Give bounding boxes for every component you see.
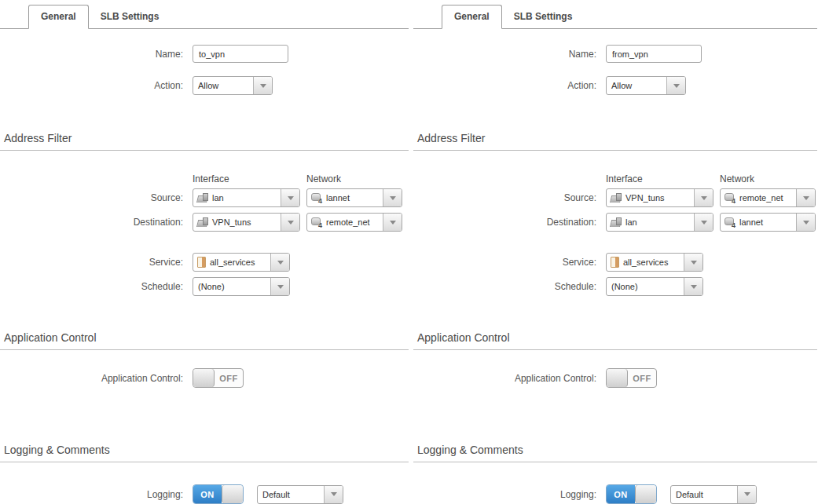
chevron-down-icon — [253, 77, 272, 94]
chevron-down-icon — [796, 214, 815, 231]
chevron-down-icon — [666, 77, 685, 94]
schedule-label: Schedule: — [0, 281, 183, 292]
tab-general[interactable]: General — [442, 5, 502, 29]
schedule-label: Schedule: — [413, 281, 596, 292]
ip4-network-icon — [311, 193, 322, 203]
destination-interface-dropdown[interactable]: lan — [606, 213, 713, 232]
action-label: Action: — [0, 80, 183, 91]
logging-toggle[interactable]: ON — [606, 484, 657, 504]
schedule-value: (None) — [193, 282, 270, 291]
action-dropdown[interactable]: Allow — [606, 76, 686, 95]
schedule-dropdown[interactable]: (None) — [193, 277, 290, 296]
interface-icon — [197, 193, 208, 203]
application-control-heading: Application Control — [0, 331, 409, 350]
source-interface-value: VPN_tuns — [625, 193, 665, 203]
toggle-state: OFF — [628, 369, 656, 387]
source-interface-value: lan — [212, 193, 224, 203]
source-interface-dropdown[interactable]: lan — [193, 188, 300, 207]
ip4-network-icon — [724, 217, 735, 228]
destination-network-value: remote_net — [326, 217, 370, 227]
network-column-header: Network — [720, 173, 754, 184]
ip4-network-icon — [724, 193, 735, 203]
name-label: Name: — [413, 49, 596, 60]
tab-slb-settings[interactable]: SLB Settings — [89, 5, 171, 28]
interface-icon — [197, 217, 208, 227]
service-value: all_services — [210, 257, 255, 267]
interface-column-header: Interface — [606, 173, 720, 184]
dual-policy-view: General SLB Settings Name: Action: Allow… — [0, 0, 818, 504]
service-label: Service: — [413, 257, 596, 268]
log-settings-dropdown[interactable]: Default — [257, 485, 343, 504]
schedule-value: (None) — [607, 282, 684, 291]
ip4-network-icon — [311, 217, 322, 228]
toggle-knob — [222, 485, 243, 503]
toggle-state: ON — [607, 485, 635, 503]
chevron-down-icon — [796, 189, 815, 206]
service-dropdown[interactable]: all_services — [606, 253, 703, 272]
chevron-down-icon — [270, 254, 289, 271]
service-value: all_services — [623, 257, 668, 267]
action-value: Allow — [607, 81, 666, 90]
service-icon — [611, 257, 619, 268]
name-input[interactable] — [606, 45, 702, 63]
policy-panel-to-vpn: General SLB Settings Name: Action: Allow… — [0, 0, 409, 504]
service-dropdown[interactable]: all_services — [193, 253, 290, 272]
action-value: Allow — [193, 81, 253, 90]
application-control-toggle[interactable]: OFF — [193, 368, 244, 388]
tab-general[interactable]: General — [28, 5, 89, 29]
tab-bar: General SLB Settings — [413, 0, 817, 29]
destination-interface-dropdown[interactable]: VPN_tuns — [193, 213, 300, 232]
application-control-label: Application Control: — [0, 373, 183, 384]
source-label: Source: — [413, 192, 596, 203]
address-filter-heading: Address Filter — [0, 132, 409, 151]
application-control-label: Application Control: — [413, 373, 596, 384]
action-dropdown[interactable]: Allow — [193, 76, 273, 95]
logging-label: Logging: — [413, 489, 596, 500]
chevron-down-icon — [684, 278, 702, 295]
source-network-value: remote_net — [739, 193, 783, 203]
chevron-down-icon — [383, 214, 402, 231]
chevron-down-icon — [737, 486, 756, 503]
chevron-down-icon — [383, 189, 402, 206]
toggle-state: ON — [193, 485, 222, 503]
logging-label: Logging: — [0, 489, 183, 500]
destination-network-value: lannet — [739, 217, 763, 227]
interface-column-header: Interface — [193, 173, 306, 184]
name-input[interactable] — [193, 45, 288, 63]
logging-toggle[interactable]: ON — [193, 484, 244, 504]
destination-network-dropdown[interactable]: remote_net — [306, 213, 402, 232]
log-settings-value: Default — [258, 490, 324, 499]
interface-icon — [611, 193, 622, 203]
logging-comments-heading: Logging & Comments — [413, 444, 817, 462]
destination-network-dropdown[interactable]: lannet — [720, 213, 816, 232]
toggle-knob — [607, 369, 628, 387]
destination-label: Destination: — [0, 217, 183, 228]
name-label: Name: — [0, 49, 183, 60]
destination-interface-value: lan — [625, 217, 637, 227]
toggle-state: OFF — [215, 369, 243, 387]
destination-label: Destination: — [413, 217, 596, 228]
logging-comments-heading: Logging & Comments — [0, 444, 409, 462]
toggle-knob — [635, 485, 656, 503]
policy-panel-from-vpn: General SLB Settings Name: Action: Allow… — [409, 0, 817, 504]
service-icon — [197, 257, 206, 268]
source-interface-dropdown[interactable]: VPN_tuns — [606, 188, 713, 207]
log-settings-value: Default — [671, 490, 737, 499]
network-column-header: Network — [306, 173, 341, 184]
log-settings-dropdown[interactable]: Default — [670, 485, 757, 504]
application-control-toggle[interactable]: OFF — [606, 368, 657, 388]
tab-slb-settings[interactable]: SLB Settings — [502, 5, 585, 28]
schedule-dropdown[interactable]: (None) — [606, 277, 703, 296]
address-filter-heading: Address Filter — [413, 132, 817, 151]
source-label: Source: — [0, 192, 183, 203]
chevron-down-icon — [684, 254, 702, 271]
chevron-down-icon — [270, 278, 289, 295]
chevron-down-icon — [281, 214, 299, 231]
source-network-dropdown[interactable]: remote_net — [720, 188, 816, 207]
source-network-dropdown[interactable]: lannet — [306, 188, 402, 207]
toggle-knob — [193, 369, 215, 387]
destination-interface-value: VPN_tuns — [212, 217, 251, 227]
chevron-down-icon — [694, 214, 713, 231]
action-label: Action: — [413, 80, 596, 91]
source-network-value: lannet — [326, 193, 350, 203]
